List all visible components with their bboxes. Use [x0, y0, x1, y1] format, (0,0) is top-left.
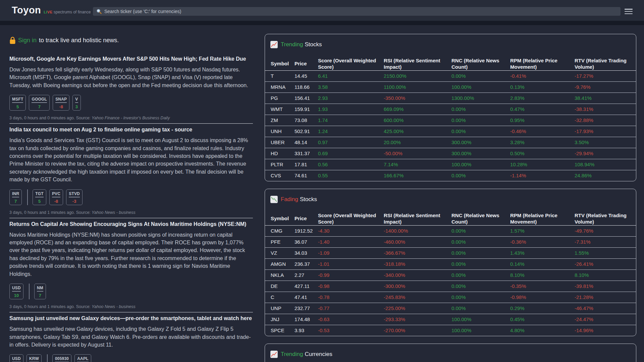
- cell-rpm: -0.98%: [504, 292, 569, 303]
- cell-rsi: -225.00%: [378, 303, 446, 314]
- cell-rnc: 300.00%: [446, 137, 504, 148]
- table-row[interactable]: PG156.412.93-350.00%1300.00%2.83%38.41%: [265, 93, 636, 104]
- article-headline[interactable]: India tax council to meet on Aug 2 to fi…: [9, 126, 253, 133]
- cell-rpm: 1.57%: [504, 225, 569, 236]
- ticker-chip[interactable]: USD10: [9, 284, 23, 299]
- cell-rtv: -14.96%: [569, 325, 636, 336]
- ticker-chip[interactable]: AAPL: [74, 354, 91, 362]
- chip-symbol: PVC: [52, 192, 60, 197]
- article-headline[interactable]: Samsung just unveiled new Galaxy devices…: [9, 314, 253, 322]
- cell-price: 2.27: [289, 269, 312, 281]
- cell-rnc: 0.00%: [446, 303, 504, 314]
- article-headline[interactable]: Microsoft, Google Are Key Earnings Mover…: [9, 55, 253, 63]
- cell-price: 34.03: [289, 247, 312, 258]
- ticker-chip[interactable]: STVD-3: [66, 189, 83, 205]
- cell-rtv: -38.31%: [569, 104, 636, 115]
- ticker-chip[interactable]: 005930: [52, 354, 71, 362]
- cell-price: 73.08: [289, 115, 312, 126]
- ticker-chip[interactable]: NM7: [34, 284, 46, 299]
- cell-price: 156.41: [289, 93, 312, 104]
- ticker-chip[interactable]: V3: [72, 95, 80, 111]
- table-row[interactable]: HD331.370.69-50.00%300.00%0.50%-29.94%: [265, 148, 636, 159]
- cell-rsi: -50.00%: [378, 148, 446, 159]
- tagline-text: spectrums of finance: [54, 10, 91, 14]
- cell-rnc: 100.00%: [446, 325, 504, 336]
- cell-rnc: 0.00%: [446, 225, 504, 236]
- table-row[interactable]: PFE36.07-1.40-460.00%0.00%-0.36%-7.31%: [265, 236, 636, 247]
- table-row[interactable]: SPCE3.93-0.53-270.00%100.00%4.80%-14.96%: [265, 325, 636, 336]
- search-input[interactable]: [104, 7, 621, 16]
- table-row[interactable]: CVS74.610.55166.67%0.00%-1.14%24.86%: [265, 170, 636, 181]
- cell-symbol: CVS: [265, 170, 289, 181]
- menu-bar: [625, 11, 633, 12]
- cell-symbol: VZ: [265, 247, 289, 258]
- ticker-chip[interactable]: KRW: [26, 354, 42, 362]
- cell-price: 17.81: [289, 159, 312, 170]
- ticker-chip[interactable]: MSFT5: [9, 95, 26, 111]
- ticker-chip[interactable]: PVC-8: [49, 189, 63, 205]
- table-row[interactable]: ZM73.081.74600.00%0.00%0.95%-32.88%: [265, 115, 636, 126]
- ticker-chips: MSFT5GOOGL7SNAP-8V3: [9, 95, 253, 111]
- article-age: 3 days, 0 hours and 1 minutes ago. Sourc…: [9, 210, 91, 215]
- table-row[interactable]: VZ34.03-1.09-366.67%0.00%1.43%1.55%: [265, 247, 636, 258]
- sign-in-link[interactable]: Sign in: [18, 37, 37, 44]
- cell-price: 14.45: [289, 70, 312, 81]
- table-row[interactable]: T14.456.412150.00%0.00%-0.41%-17.27%: [265, 70, 636, 81]
- cell-price: 36.07: [289, 236, 312, 247]
- ticker-chip[interactable]: TGT5: [33, 189, 46, 205]
- ticker-chips: USDKRW005930AAPL: [9, 354, 253, 362]
- ticker-chip[interactable]: GOOGL7: [29, 95, 50, 111]
- cell-rpm: -1.14%: [504, 170, 569, 181]
- cell-price: 427.11: [289, 281, 312, 292]
- ticker-chip[interactable]: SNAP-8: [53, 95, 69, 111]
- chip-value: 7: [38, 104, 41, 109]
- column-header: RNC (Relative News Count): [446, 212, 504, 225]
- panel-title-accent: Trending: [281, 351, 303, 358]
- cell-price: 1912.52: [289, 225, 312, 236]
- chip-group-divider: [29, 284, 30, 299]
- chip-symbol: STVD: [69, 192, 80, 197]
- menu-bar: [625, 9, 633, 10]
- chip-value: -8: [54, 199, 58, 204]
- menu-bar: [625, 13, 633, 14]
- table-row[interactable]: JNJ174.48-0.63-293.33%100.00%0.45%-24.47…: [265, 314, 636, 325]
- table-row[interactable]: C47.41-0.78-245.83%0.00%-0.98%-21.28%: [265, 292, 636, 303]
- panel-title-rest: Stocks: [300, 196, 317, 203]
- cell-symbol: NKLA: [265, 269, 289, 281]
- panel-table: SymbolPriceScore (Overall Weighted Score…: [265, 57, 636, 181]
- cell-rtv: 1.55%: [569, 247, 636, 258]
- table-row[interactable]: NKLA2.27-0.99-340.00%0.00%8.10%8.10%: [265, 269, 636, 281]
- ticker-chip[interactable]: USD: [9, 354, 23, 362]
- article-meta: 3 days, 0 hours and 1 minutes ago. Sourc…: [9, 210, 253, 215]
- cell-rtv: -9.76%: [569, 81, 636, 93]
- cell-score: -0.78: [312, 292, 378, 303]
- table-row[interactable]: WMT159.911.93669.09%0.00%0.47%-38.31%: [265, 104, 636, 115]
- cell-rnc: 1300.00%: [446, 93, 504, 104]
- cell-rtv: -49.76%: [569, 225, 636, 236]
- cell-rtv: -7.31%: [569, 236, 636, 247]
- table-row[interactable]: PLTR17.810.567.14%100.00%10.28%108.94%: [265, 159, 636, 170]
- article-body: Dow Jones futures fell slightly early We…: [9, 66, 253, 89]
- cell-price: 3.93: [289, 325, 312, 336]
- column-header: RSI (Relative Sentiment Impact): [378, 57, 446, 70]
- cell-symbol: PG: [265, 93, 289, 104]
- table-row[interactable]: AMGN236.37-1.01-318.18%0.00%0.14%-26.41%: [265, 258, 636, 269]
- cell-rtv: -21.28%: [569, 292, 636, 303]
- lock-icon: [9, 37, 16, 44]
- table-row[interactable]: UNP232.77-0.77-225.00%0.00%0.29%-46.47%: [265, 303, 636, 314]
- cell-rsi: -366.67%: [378, 247, 446, 258]
- table-row[interactable]: UBER48.140.9720.00%300.00%3.28%3.50%: [265, 137, 636, 148]
- panel-title-rest: Currencies: [305, 351, 332, 358]
- menu-icon[interactable]: [625, 9, 633, 14]
- column-header: Score (Overall Weighted Score): [312, 212, 378, 225]
- table-row[interactable]: CMG1912.52-4.30-1400.00%0.00%1.57%-49.76…: [265, 225, 636, 236]
- cell-rtv: -17.93%: [569, 126, 636, 137]
- column-header: RTV (Relative Trading Volume): [569, 212, 636, 225]
- table-row[interactable]: MRNA118.663.581100.00%100.00%0.13%-9.76%: [265, 81, 636, 93]
- chip-symbol: KRW: [29, 357, 39, 362]
- article-headline[interactable]: Returns On Capital Are Showing Encouragi…: [9, 220, 253, 228]
- ticker-chip[interactable]: INR7: [9, 189, 22, 205]
- table-row[interactable]: UNH502.911.24425.00%0.00%-0.46%-17.93%: [265, 126, 636, 137]
- table-row[interactable]: DE427.11-0.98-300.00%0.00%-0.35%-39.81%: [265, 281, 636, 292]
- cell-symbol: HD: [265, 148, 289, 159]
